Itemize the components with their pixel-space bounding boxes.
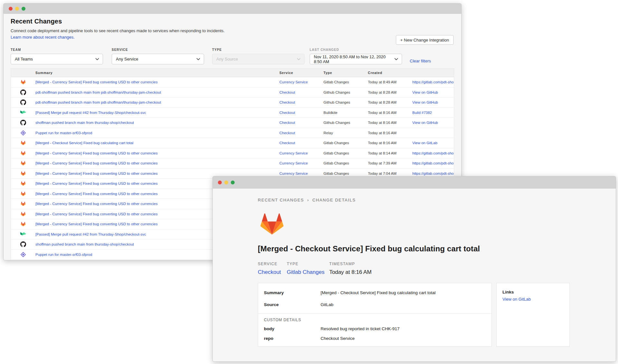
service-link[interactable]: Checkout [279,111,323,115]
gitlab-icon [20,160,26,166]
row-source-icon [11,79,35,85]
service-link[interactable]: Currency Service [279,161,323,165]
summary-link[interactable]: pdt-shoffman pushed branch main from pdt… [35,90,279,94]
type-select-value: Any Source [216,57,238,61]
gitlab-icon [258,210,286,238]
chevron-down-icon [196,58,200,61]
new-change-integration-button[interactable]: + New Change Integration [396,35,454,45]
external-link[interactable]: https://gitlab.com/pdt-shof... [412,80,454,84]
close-window-button[interactable] [218,181,222,184]
last-changed-select[interactable]: Nov 11, 2020 8:50 AM to Nov 12, 2020 8:5… [310,54,402,64]
zoom-window-button[interactable] [22,7,25,11]
chevron-down-icon [394,58,398,61]
buildkite-icon [20,232,26,237]
service-link[interactable]: Checkout [279,90,323,94]
row-source-icon [11,110,35,115]
chevron-down-icon [95,58,99,61]
summary-link[interactable]: [Passed] Merge pull request #42 from Thu… [35,111,279,115]
external-link[interactable]: https://gitlab.com/pdt-shof... [412,172,454,175]
chevron-down-icon [297,58,301,61]
chevron-down-icon [95,58,99,61]
summary-link[interactable]: [Merged - Currency Service] Fixed bug co… [35,172,279,175]
external-link[interactable]: View on GitHub [412,121,454,125]
external-link[interactable]: https://gitlab.com/pdt-shof... [412,161,454,165]
row-source-icon [11,150,35,156]
row-source-icon [11,140,35,146]
table-row: shoffman pushed branch main from thursda… [11,118,454,128]
links-label: Links [502,290,564,294]
learn-more-link[interactable]: Learn more about recent changes. [11,35,75,40]
type-text: Relay [323,131,368,135]
service-link[interactable]: Currency Service [279,172,323,175]
gitlab-icon [20,181,26,186]
gitlab-icon [20,171,26,176]
service-link[interactable]: Checkout [279,141,323,145]
chevron-down-icon [297,58,301,61]
table-row: [Merged - Currency Service] Fixed bug co… [11,148,454,159]
summary-link[interactable]: pdt-shoffman pushed branch main from pdt… [35,100,279,104]
external-link[interactable]: https://gitlab.com/pdt-shof... [412,151,454,155]
gitlab-icon [20,211,26,217]
external-link[interactable]: Build #7382 [412,111,454,115]
minimize-window-button[interactable] [224,181,228,184]
gitlab-icon [20,221,26,227]
gitlab-icon [20,201,26,207]
type-text: Gitlab Changes [323,151,368,155]
custom-field-value: Resolved bug reported in ticket CHK-917 [321,326,399,331]
row-source-icon [11,241,35,247]
type-filter-label: TYPE [212,48,304,51]
page-title: Recent Changes [11,18,454,25]
custom-field-value: Checkout Service [321,336,355,341]
table-row: pdt-shoffman pushed branch main from pdt… [11,88,454,98]
view-on-gitlab-link[interactable]: View on GitLab [502,297,564,302]
team-select-value: All Teams [15,57,33,61]
service-link[interactable]: Checkout [279,100,323,104]
summary-link[interactable]: [Merged - Checkout Service] Fixed bug ca… [35,141,279,145]
service-link[interactable]: Currency Service [279,80,323,84]
summary-link[interactable]: [Merged - Currency Service] Fixed bug co… [35,151,279,155]
service-meta-link[interactable]: Checkout [258,269,281,275]
type-text: Gitlab Changes [323,161,368,165]
type-select: Any Source [212,54,304,64]
summary-link[interactable]: shoffman pushed branch main from thursda… [35,121,279,125]
summary-link[interactable]: [Merged - Currency Service] Fixed bug co… [35,80,279,84]
created-text: Today at 7:39 AM [368,161,412,165]
clear-filters-link[interactable]: Clear filters [410,59,431,63]
last-changed-filter-label: LAST CHANGED [310,48,402,51]
team-select[interactable]: All Teams [11,54,103,64]
service-link[interactable]: Checkout [279,121,323,125]
summary-link[interactable]: [Merged - Currency Service] Fixed bug co… [35,161,279,165]
timestamp-text: Today at 8:16 AM [329,269,371,275]
summary-value: [Merged - Checkout Service] Fixed bug ca… [321,290,435,295]
summary-label: Summary [264,290,321,295]
minimize-window-button[interactable] [15,7,19,11]
service-link[interactable]: Checkout [279,131,323,135]
github-icon [20,120,26,126]
summary-link[interactable]: Puppet run for master-srf03-sfprod [35,131,279,135]
created-text: Today at 8:28 AM [368,90,412,94]
team-filter-label: TEAM [11,48,103,51]
service-select[interactable]: Any Service [112,54,204,64]
row-source-icon [11,232,35,237]
table-header-row: Summary Service Type Created [11,69,454,77]
close-window-button[interactable] [9,7,13,11]
type-meta-label: TYPE [287,262,329,266]
breadcrumb-recent-changes-link[interactable]: RECENT CHANGES [258,198,304,202]
links-card: Links View on GitLab [496,283,570,347]
custom-field-key: body [264,326,321,331]
row-source-icon [11,89,35,95]
table-row: Puppet run for master-srf03-sfprod Check… [11,128,454,138]
service-link[interactable]: Currency Service [279,151,323,155]
header-created: Created [368,71,412,75]
external-link[interactable]: View on GitLab [412,141,454,145]
zoom-window-button[interactable] [231,181,235,184]
type-text: Github Changes [323,121,368,125]
external-link[interactable]: View on GitHub [412,100,454,104]
external-link[interactable]: View on GitHub [412,90,454,94]
header-type: Type [323,71,368,75]
gitlab-icon [20,79,26,85]
row-source-icon [11,201,35,207]
row-source-icon [11,160,35,166]
change-title: [Merged - Checkout Service] Fixed bug ca… [258,244,616,253]
type-meta-link[interactable]: Gitlab Changes [287,269,324,275]
